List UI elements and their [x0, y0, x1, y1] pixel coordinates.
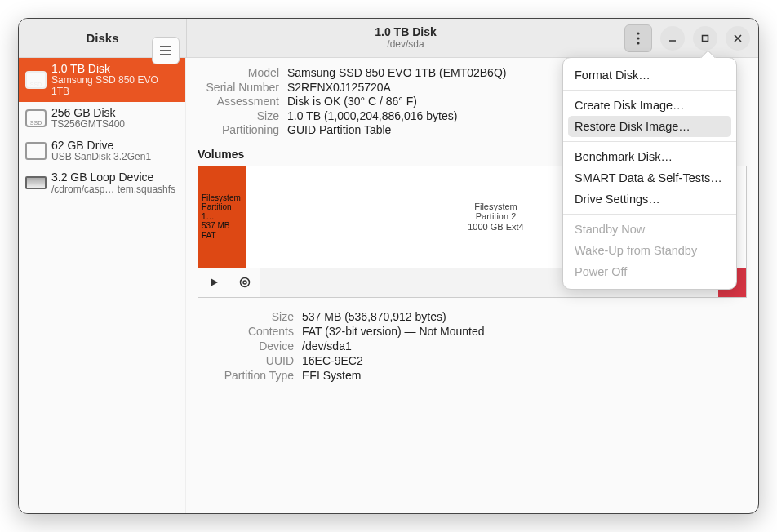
sidebar-item-disk-2[interactable]: SSD 256 GB Disk TS256GMTS400 — [19, 102, 185, 135]
ssd-icon: SSD — [25, 109, 47, 127]
disk-text: 3.2 GB Loop Device /cdrom/casp… tem.squa… — [51, 171, 175, 195]
volume-details: Size537 MB (536,870,912 bytes) ContentsF… — [186, 298, 758, 383]
menu-separator — [563, 90, 736, 91]
menu-separator — [563, 141, 736, 142]
menu-separator — [563, 214, 736, 215]
menu-smart[interactable]: SMART Data & Self-Tests… — [563, 167, 736, 188]
vol-label: Partition 2 — [476, 211, 517, 222]
svg-point-2 — [637, 42, 639, 44]
vol-label: 1000 GB Ext4 — [468, 222, 524, 233]
vol-label: Filesystem — [474, 202, 517, 212]
svg-point-5 — [243, 281, 246, 284]
kebab-menu-button[interactable] — [624, 24, 652, 52]
sidebar-item-disk-1[interactable]: SSD 1.0 TB Disk Samsung SSD 850 EVO 1TB — [19, 58, 185, 102]
row-vol-contents: ContentsFAT (32-bit version) — Not Mount… — [186, 324, 758, 339]
menu-wakeup: Wake-Up from Standby — [563, 240, 736, 261]
gear-icon — [238, 276, 251, 289]
gear-button[interactable] — [229, 268, 260, 297]
vol-label: Partition 1… — [202, 202, 242, 221]
play-icon — [209, 277, 219, 287]
sidebar: SSD 1.0 TB Disk Samsung SSD 850 EVO 1TB … — [19, 58, 186, 513]
disk-item-title: 3.2 GB Loop Device — [51, 171, 175, 184]
maximize-icon — [700, 33, 710, 43]
vol-label: Filesystem — [202, 193, 242, 203]
disk-text: 62 GB Drive USB SanDisk 3.2Gen1 — [51, 139, 151, 163]
menu-poweroff: Power Off — [563, 261, 736, 282]
minimize-icon — [668, 33, 677, 43]
disk-item-sub: USB SanDisk 3.2Gen1 — [51, 152, 151, 163]
disk-title: 1.0 TB Disk — [375, 26, 436, 38]
disk-item-title: 62 GB Drive — [51, 139, 151, 152]
close-button[interactable] — [726, 26, 750, 51]
usb-icon — [25, 142, 47, 160]
menu-drive-settings[interactable]: Drive Settings… — [563, 188, 736, 210]
disk-item-sub: TS256GMTS400 — [51, 119, 125, 131]
mount-button[interactable] — [198, 268, 229, 297]
disk-item-sub: Samsung SSD 850 EVO 1TB — [51, 75, 179, 98]
hamburger-icon — [160, 46, 171, 55]
titlebar-left: Disks — [19, 31, 186, 45]
app-title: Disks — [86, 31, 118, 45]
ssd-icon: SSD — [25, 71, 47, 89]
titlebar: Disks 1.0 TB Disk /dev/sda — [19, 19, 758, 58]
sidebar-item-disk-3[interactable]: 62 GB Drive USB SanDisk 3.2Gen1 — [19, 135, 185, 167]
window: Disks 1.0 TB Disk /dev/sda — [18, 18, 759, 514]
volume-partition-1[interactable]: Filesystem Partition 1… 537 MB FAT — [198, 166, 246, 268]
svg-point-0 — [637, 32, 639, 34]
close-icon — [733, 33, 743, 43]
hamburger-button[interactable] — [152, 37, 180, 64]
content: SSD 1.0 TB Disk Samsung SSD 850 EVO 1TB … — [19, 58, 758, 513]
row-vol-ptype: Partition TypeEFI System — [186, 368, 758, 383]
kebab-icon — [637, 32, 640, 45]
svg-point-1 — [637, 37, 639, 39]
main-panel: ModelSamsung SSD 850 EVO 1TB (EMT02B6Q) … — [186, 58, 758, 513]
row-vol-device: Device/dev/sda1 — [186, 339, 758, 353]
disk-menu-popup: Format Disk… Create Disk Image… Restore … — [562, 57, 737, 290]
maximize-button[interactable] — [693, 26, 717, 51]
menu-standby: Standby Now — [563, 219, 736, 240]
menu-restore-image[interactable]: Restore Disk Image… — [568, 116, 731, 137]
svg-rect-3 — [703, 35, 708, 41]
disk-text: 1.0 TB Disk Samsung SSD 850 EVO 1TB — [51, 62, 179, 98]
menu-format-disk[interactable]: Format Disk… — [563, 64, 736, 86]
sidebar-item-disk-4[interactable]: 3.2 GB Loop Device /cdrom/casp… tem.squa… — [19, 166, 185, 199]
disk-item-title: 256 GB Disk — [51, 106, 125, 119]
row-vol-size: Size537 MB (536,870,912 bytes) — [186, 309, 758, 324]
svg-point-4 — [240, 278, 249, 287]
loop-icon — [25, 176, 47, 189]
disk-text: 256 GB Disk TS256GMTS400 — [51, 106, 125, 131]
titlebar-right — [624, 24, 758, 52]
minimize-button[interactable] — [660, 26, 685, 51]
menu-benchmark[interactable]: Benchmark Disk… — [563, 146, 736, 167]
menu-create-image[interactable]: Create Disk Image… — [563, 95, 736, 116]
disk-path: /dev/sda — [387, 39, 424, 50]
row-vol-uuid: UUID16EC-9EC2 — [186, 353, 758, 368]
titlebar-center: 1.0 TB Disk /dev/sda — [187, 26, 624, 50]
vol-label: 537 MB FAT — [202, 221, 242, 240]
disk-item-sub: /cdrom/casp… tem.squashfs — [51, 184, 175, 196]
